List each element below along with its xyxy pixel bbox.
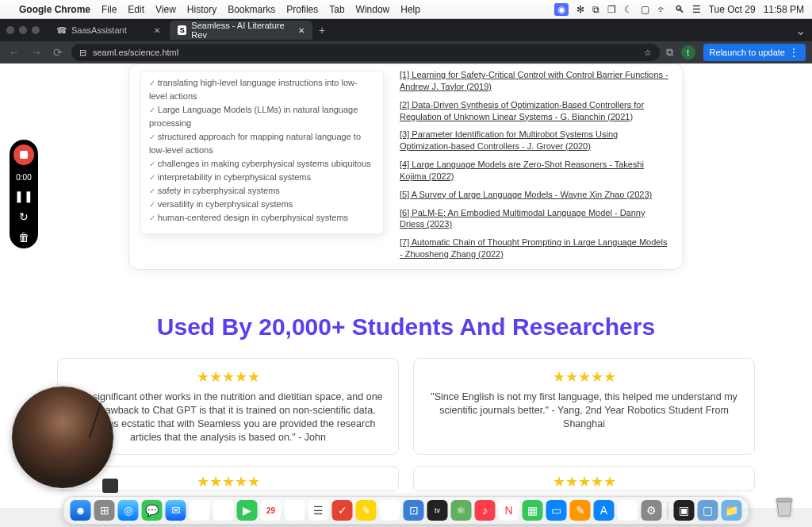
menubar-profiles[interactable]: Profiles bbox=[286, 4, 318, 15]
calendar-icon[interactable]: 29 bbox=[261, 500, 282, 521]
photos-icon[interactable]: ✿ bbox=[213, 500, 234, 521]
reference-link[interactable]: [1] Learning for Safety-Critical Control… bbox=[400, 69, 670, 93]
pages-icon[interactable]: ✎ bbox=[570, 500, 591, 521]
battery-icon[interactable]: ▢ bbox=[641, 4, 649, 15]
star-rating: ★★★★★ bbox=[72, 473, 384, 490]
maps-icon[interactable]: 🗺 bbox=[190, 500, 210, 521]
todoist-icon[interactable]: ✓ bbox=[332, 500, 353, 521]
address-bar: ← → ⟳ ⊟ seaml.es/science.html ☆ ⧉ t Rela… bbox=[0, 41, 812, 63]
menubar-time[interactable]: 11:58 PM bbox=[764, 4, 804, 15]
music-icon[interactable]: ♪ bbox=[475, 500, 496, 521]
testimonial-row: ★★★★★ "My significant other works in the… bbox=[0, 358, 812, 455]
settings-icon[interactable]: ⚙ bbox=[642, 500, 662, 521]
news-icon[interactable]: N bbox=[499, 500, 519, 521]
reference-link[interactable]: [7] Automatic Chain of Thought Prompting… bbox=[400, 237, 670, 260]
zoom-icon[interactable]: ◐ bbox=[618, 500, 638, 521]
control-center-icon[interactable]: ☰ bbox=[692, 4, 701, 15]
forward-button[interactable]: → bbox=[29, 46, 44, 59]
menubar-window[interactable]: Window bbox=[356, 4, 390, 15]
screen-recorder-widget[interactable]: 0:00 ❚❚ ↻ 🗑 bbox=[10, 140, 38, 248]
facetime-icon[interactable]: ▶ bbox=[237, 500, 258, 521]
search-icon[interactable]: 🔍︎ bbox=[675, 4, 684, 15]
restart-icon[interactable]: ↻ bbox=[19, 210, 29, 223]
tab-dropdown-icon[interactable]: ⌄ bbox=[795, 23, 806, 38]
menubar-help[interactable]: Help bbox=[400, 4, 420, 15]
reference-link[interactable]: [5] A Survey of Large Language Models - … bbox=[400, 189, 670, 201]
trash-icon[interactable] bbox=[772, 494, 796, 522]
close-icon[interactable]: ✕ bbox=[298, 26, 304, 35]
keynote-icon[interactable]: ▭ bbox=[546, 500, 567, 521]
atom-icon[interactable]: ⚛ bbox=[451, 500, 472, 521]
macos-menubar: Google Chrome File Edit View History Boo… bbox=[0, 0, 812, 19]
new-tab-button[interactable]: + bbox=[314, 24, 330, 37]
macos-dock[interactable]: ☻ ⊞ ◎ 💬 ✉ 🗺 ✿ ▶ 29 ◉ ☰ ✓ ✎ ✐ ⊡ tv ⚛ ♪ N … bbox=[63, 496, 749, 525]
card-insights: translating high-level language instruct… bbox=[129, 64, 395, 269]
reference-link[interactable]: [3] Parameter Identification for Multiro… bbox=[400, 129, 670, 152]
star-rating: ★★★★★ bbox=[428, 368, 740, 386]
finder-icon[interactable]: ☻ bbox=[71, 500, 91, 521]
screen-record-icon[interactable]: ◉ bbox=[554, 3, 569, 16]
menubar-edit[interactable]: Edit bbox=[128, 4, 144, 15]
list-item: Large Language Models (LLMs) in natural … bbox=[149, 103, 375, 130]
testimonial-card: ★★★★★ "Since English is not my first lan… bbox=[413, 358, 755, 455]
settings-icon[interactable]: ✻ bbox=[576, 4, 584, 15]
tab-seamless[interactable]: S Seamless - AI Literature Rev ✕ bbox=[170, 21, 312, 40]
pause-icon[interactable]: ❚❚ bbox=[14, 190, 33, 202]
insight-list: translating high-level language instruct… bbox=[149, 76, 375, 225]
headline: Used By 20,000+ Students And Researchers bbox=[0, 314, 812, 340]
back-button[interactable]: ← bbox=[6, 46, 22, 59]
card-references[interactable]: [1] Learning for Safety-Critical Control… bbox=[395, 64, 683, 269]
reminders-icon[interactable]: ☰ bbox=[308, 500, 329, 521]
list-item: versatility in cyberphysical systems bbox=[149, 198, 375, 211]
relaunch-button[interactable]: Relaunch to update⋮ bbox=[703, 44, 806, 61]
chrome-icon[interactable]: ◉ bbox=[285, 500, 305, 521]
url-text: seaml.es/science.html bbox=[93, 48, 178, 57]
mail-icon[interactable]: ✉ bbox=[166, 500, 186, 521]
menubar-history[interactable]: History bbox=[187, 4, 216, 15]
list-item: translating high-level language instruct… bbox=[149, 76, 375, 103]
safari-icon[interactable]: ◎ bbox=[118, 500, 139, 521]
appletv-icon[interactable]: tv bbox=[427, 500, 448, 521]
window-controls[interactable] bbox=[6, 26, 40, 34]
tab-saasassistant[interactable]: ☎ SaasAssistant ✕ bbox=[49, 21, 168, 40]
window-icon[interactable]: ⧉ bbox=[592, 4, 599, 15]
menubar-view[interactable]: View bbox=[155, 4, 176, 15]
profile-icon[interactable]: t bbox=[681, 45, 695, 60]
menubar-app-name[interactable]: Google Chrome bbox=[19, 4, 90, 15]
menubar-file[interactable]: File bbox=[102, 4, 117, 15]
star-rating: ★★★★★ bbox=[72, 368, 384, 386]
menubar-bookmarks[interactable]: Bookmarks bbox=[228, 4, 275, 15]
reference-link[interactable]: [6] PaLM-E: An Embodied Multimodal Langu… bbox=[400, 207, 670, 231]
reload-button[interactable]: ⟳ bbox=[51, 46, 65, 59]
extensions-icon[interactable]: ⧉ bbox=[666, 46, 673, 59]
close-icon[interactable]: ✕ bbox=[154, 26, 160, 35]
reference-link[interactable]: [4] Large Language Models are Zero-Shot … bbox=[400, 159, 670, 183]
list-item: safety in cyberphysical systems bbox=[149, 184, 375, 198]
bookmark-icon[interactable]: ☆ bbox=[644, 48, 652, 58]
site-info-icon[interactable]: ⊟ bbox=[79, 48, 86, 58]
folder-icon[interactable]: 📁 bbox=[722, 500, 742, 521]
freeform-icon[interactable]: ✐ bbox=[380, 500, 400, 521]
list-item: challenges in making cyberphysical syste… bbox=[149, 157, 375, 171]
messages-icon[interactable]: 💬 bbox=[142, 500, 163, 521]
reference-link[interactable]: [2] Data-Driven Synthesis of Optimizatio… bbox=[400, 99, 670, 123]
terminal-icon[interactable]: ▣ bbox=[674, 500, 695, 521]
webcam-bubble[interactable] bbox=[11, 386, 114, 489]
delete-icon[interactable]: 🗑 bbox=[18, 231, 29, 244]
reference-link[interactable]: [8] Measuring and Narrowing the Composit… bbox=[400, 267, 670, 269]
seamless-icon: S bbox=[178, 25, 186, 35]
numbers-icon[interactable]: ▦ bbox=[523, 500, 543, 521]
cleanshot-icon[interactable]: ⊡ bbox=[404, 500, 424, 521]
copy-icon[interactable]: ❐ bbox=[607, 4, 616, 15]
appstore-icon[interactable]: A bbox=[594, 500, 615, 521]
moon-icon[interactable]: ☾ bbox=[624, 4, 633, 15]
notes-icon[interactable]: ✎ bbox=[356, 500, 377, 521]
literature-card: translating high-level language instruct… bbox=[128, 63, 684, 270]
preview-icon[interactable]: ▢ bbox=[698, 500, 718, 521]
launchpad-icon[interactable]: ⊞ bbox=[94, 500, 115, 521]
url-input[interactable]: ⊟ seaml.es/science.html ☆ bbox=[71, 44, 660, 61]
menubar-tab[interactable]: Tab bbox=[329, 4, 344, 15]
menubar-date[interactable]: Tue Oct 29 bbox=[709, 4, 756, 15]
wifi-icon[interactable]: ᯤ bbox=[657, 4, 667, 15]
stop-record-button[interactable] bbox=[13, 144, 34, 165]
